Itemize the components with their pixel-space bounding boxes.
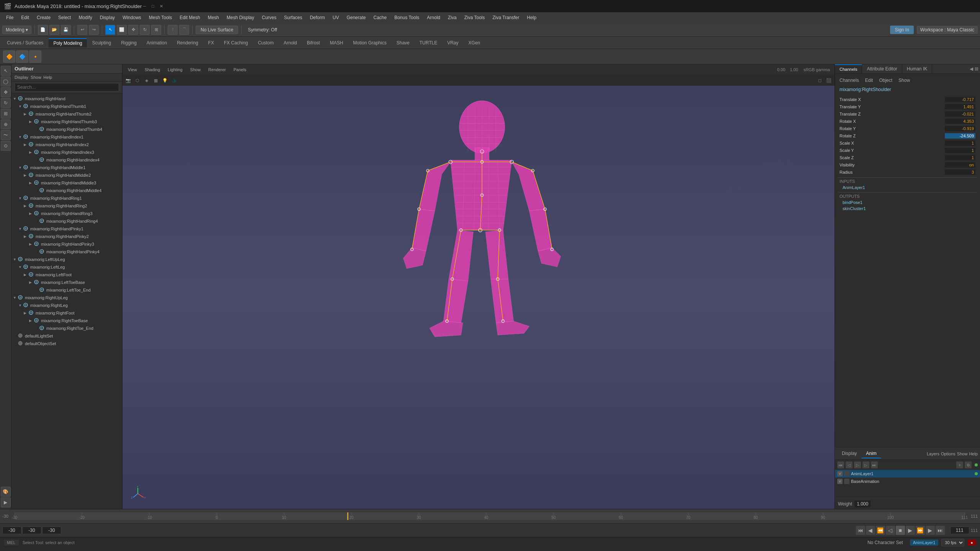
tree-item[interactable]: ▶mixamorig:RightHandRing3	[11, 210, 122, 217]
tree-item[interactable]: ▼mixamorig:RightUpLeg	[11, 294, 122, 302]
shelf-icon-2[interactable]: 🔷	[16, 51, 28, 63]
lasso-tool-btn[interactable]: ⬜	[117, 25, 127, 35]
tree-item[interactable]: ▶mixamorig:LeftFoot	[11, 271, 122, 279]
tree-item[interactable]: ▶mixamorig:RightFoot	[11, 309, 122, 317]
ls-tab-display[interactable]: Display	[837, 449, 861, 458]
shelf-tab-curves-surfaces[interactable]: Curves / Surfaces	[2, 39, 48, 47]
layer-animlayer1[interactable]: V AnimLayer1	[835, 470, 980, 478]
menu-modify[interactable]: Modify	[75, 14, 95, 21]
shelf-tab-sculpting[interactable]: Sculpting	[88, 39, 116, 47]
render-btn[interactable]: 🎨	[1, 487, 11, 497]
pb-skip-end[interactable]: ⏭	[936, 526, 945, 535]
tab-human-ik[interactable]: Human IK	[902, 64, 932, 73]
soft-mod-tool[interactable]: 〜	[1, 130, 11, 140]
tree-arrow[interactable]: ▶	[29, 212, 34, 215]
pb-step-back[interactable]: ◀	[866, 526, 875, 535]
outliner-show-btn[interactable]: Show	[31, 75, 41, 80]
open-btn[interactable]: 📂	[49, 25, 59, 35]
layer-next-btn[interactable]: ▷	[862, 461, 869, 468]
shelf-icon-1[interactable]: 🔶	[3, 51, 15, 63]
tree-item[interactable]: ▼mixamorig:RightHandMiddle1	[11, 164, 122, 171]
pb-step-fwd[interactable]: ▶	[926, 526, 935, 535]
vp-menu-show[interactable]: Show	[187, 67, 204, 73]
current-frame-display[interactable]	[42, 527, 61, 534]
universal-manip-tool[interactable]: ⊕	[1, 119, 11, 129]
menu-curves[interactable]: Curves	[259, 14, 279, 21]
mode-dropdown[interactable]: Modeling ▾	[2, 26, 31, 34]
input-animlayer1[interactable]: AnimLayer1	[838, 184, 977, 191]
vp-icon-shaded[interactable]: ◈	[142, 76, 151, 85]
weight-value[interactable]: 1.000	[854, 500, 871, 507]
shelf-tab-rigging[interactable]: Rigging	[116, 39, 141, 47]
menu-mesh-tools[interactable]: Mesh Tools	[146, 14, 175, 21]
menu-ziva[interactable]: Ziva	[445, 14, 460, 21]
auto-key-btn[interactable]: ●	[967, 540, 976, 546]
ch-header-show[interactable]: Show	[897, 77, 911, 84]
select-tool[interactable]: ↖	[1, 66, 11, 76]
rotate-tool-btn[interactable]: ↻	[140, 25, 150, 35]
sign-in-btn[interactable]: Sign In	[890, 26, 913, 34]
tree-item[interactable]: ▼mixamorig:LeftLeg	[11, 263, 122, 271]
tree-item[interactable]: defaultLightSet	[11, 332, 122, 340]
vp-menu-renderer[interactable]: Renderer	[205, 67, 229, 73]
time-slider[interactable]: -30 -30-20-100102030405060708090100111 1…	[0, 509, 980, 523]
ch-header-channels[interactable]: Channels	[838, 77, 861, 84]
layer-baseanimation[interactable]: V BaseAnimation	[835, 478, 980, 485]
menu-select[interactable]: Select	[55, 14, 74, 21]
shelf-tab-bifrost[interactable]: Bifrost	[302, 39, 325, 47]
outliner-search-input[interactable]	[15, 83, 119, 91]
ls-tab-anim[interactable]: Anim	[861, 449, 881, 458]
tree-item[interactable]: mixamorig:RightHandThumb4	[11, 126, 122, 133]
tab-channel-box[interactable]: Channels	[835, 64, 862, 73]
shelf-icon-3[interactable]: 🔸	[29, 51, 41, 63]
tree-arrow[interactable]: ▶	[24, 112, 28, 116]
layer-header-help[interactable]: Help	[969, 452, 978, 456]
tree-item[interactable]: ▼mixamorig:RightHand	[11, 95, 122, 103]
tree-arrow[interactable]: ▼	[13, 97, 18, 101]
minimize-button[interactable]: ─	[142, 3, 147, 9]
tree-item[interactable]: ▶mixamorig:RightHandThumb3	[11, 118, 122, 126]
pb-skip-start[interactable]: ⏮	[856, 526, 865, 535]
rp-icon-2[interactable]: ⊠	[975, 66, 978, 72]
tree-arrow[interactable]: ▶	[24, 235, 28, 238]
shelf-tab-fx[interactable]: FX	[204, 39, 219, 47]
shelf-tab-rendering[interactable]: Rendering	[172, 39, 203, 47]
vp-icon-isolate[interactable]: ◻	[815, 76, 824, 85]
outliner-help-btn[interactable]: Help	[44, 75, 52, 80]
vp-icon-texture[interactable]: ▦	[152, 76, 160, 85]
move-tool[interactable]: ✥	[1, 87, 11, 97]
tree-arrow[interactable]: ▶	[29, 181, 34, 185]
shelf-tab-poly-modeling[interactable]: Poly Modeling	[49, 38, 87, 47]
tree-arrow[interactable]: ▼	[18, 196, 23, 200]
tree-item[interactable]: ▶mixamorig:RightHandPinky3	[11, 240, 122, 248]
tree-arrow[interactable]: ▶	[24, 143, 28, 147]
tree-arrow[interactable]: ▶	[29, 319, 34, 323]
shelf-tab-custom[interactable]: Custom	[253, 39, 278, 47]
tree-arrow[interactable]: ▶	[24, 273, 28, 277]
pb-next-key[interactable]: ⏩	[916, 526, 925, 535]
tree-arrow[interactable]: ▼	[13, 258, 18, 261]
tree-arrow[interactable]: ▶	[24, 173, 28, 177]
menu-generate[interactable]: Generate	[343, 14, 369, 21]
tree-item[interactable]: ▼mixamorig:RightHandThumb1	[11, 103, 122, 110]
move-tool-btn[interactable]: ✥	[128, 25, 138, 35]
ipr-render-btn[interactable]: ▶	[1, 497, 11, 507]
menu-ziva-transfer[interactable]: Ziva Transfer	[489, 14, 522, 21]
menu-bonus-tools[interactable]: Bonus Tools	[391, 14, 422, 21]
tree-item[interactable]: ▶mixamorig:RightHandIndex3	[11, 148, 122, 156]
menu-deform[interactable]: Deform	[307, 14, 328, 21]
shelf-tab-motion-graphics[interactable]: Motion Graphics	[348, 39, 391, 47]
tree-item[interactable]: ▶mixamorig:RightHandMiddle2	[11, 171, 122, 179]
layer-vis-animlayer1[interactable]: V	[837, 471, 843, 476]
layer-header-show[interactable]: Show	[957, 452, 968, 456]
close-button[interactable]: ✕	[158, 3, 164, 9]
tree-item[interactable]: ▶mixamorig:RightHandPinky2	[11, 233, 122, 240]
tree-arrow[interactable]: ▼	[13, 296, 18, 300]
menu-edit[interactable]: Edit	[18, 14, 32, 21]
menu-mesh[interactable]: Mesh	[205, 14, 222, 21]
layer-header-options[interactable]: Options	[941, 452, 956, 456]
tree-arrow[interactable]: ▼	[18, 135, 23, 139]
tree-item[interactable]: mixamorig:RightHandMiddle4	[11, 187, 122, 194]
paint-select-tool[interactable]: ◯	[1, 77, 11, 86]
vp-icon-wireframe[interactable]: ⬡	[133, 76, 142, 85]
